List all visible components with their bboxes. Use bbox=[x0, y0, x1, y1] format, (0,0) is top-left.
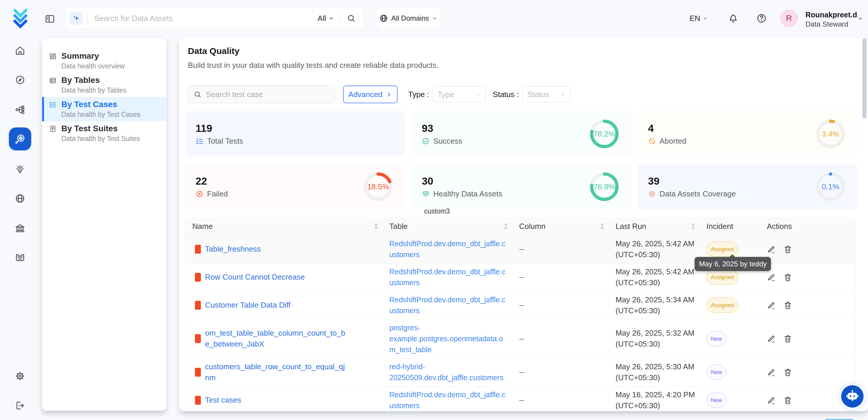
global-search-placeholder[interactable]: Search for Data Assets bbox=[94, 14, 173, 23]
column-header-incident: Incident bbox=[699, 218, 760, 235]
ai-sparkle-icon[interactable] bbox=[70, 12, 83, 25]
test-case-link[interactable]: Table_freshness bbox=[205, 244, 261, 254]
delete-icon[interactable] bbox=[783, 334, 792, 343]
help-icon[interactable] bbox=[756, 13, 767, 24]
table-link[interactable]: RedshiftProd.dev.demo_dbt_jaffle.custome… bbox=[389, 294, 506, 316]
edit-icon[interactable] bbox=[767, 368, 776, 377]
sidebar-item-lineage[interactable] bbox=[15, 104, 25, 115]
sort-icons[interactable] bbox=[504, 223, 508, 230]
card-label: Aborted bbox=[659, 137, 686, 146]
table-row[interactable]: Test cases RedshiftProd.dev.demo_dbt_jaf… bbox=[185, 386, 855, 411]
test-case-link[interactable]: customers_table_row_count_to_equal_qjnm bbox=[205, 361, 349, 383]
incident-badge[interactable]: New bbox=[706, 365, 726, 380]
nav-item-description: Data health overview bbox=[61, 62, 125, 70]
table-row[interactable]: customers_table_row_count_to_equal_qjnm … bbox=[185, 358, 855, 386]
card-label: Healthy Data Assets bbox=[433, 189, 502, 199]
nav-item-by-test-suites[interactable]: By Test Suites Data health by Test Suite… bbox=[42, 121, 166, 145]
edit-icon[interactable] bbox=[767, 334, 776, 343]
nav-item-by-tables[interactable]: By Tables Data health by Tables bbox=[42, 73, 166, 97]
search-scope-dropdown[interactable]: All bbox=[318, 14, 334, 23]
table-row[interactable]: Customer Table Data Diff RedshiftProd.de… bbox=[185, 291, 855, 319]
table-row[interactable]: om_test_table_table_column_count_to_be_b… bbox=[185, 319, 855, 358]
table-link[interactable]: red-hybrid-20250509.dev.dbt_jaffle.custo… bbox=[389, 361, 506, 383]
chevron-right-icon bbox=[386, 91, 392, 98]
table-link[interactable]: postgres-example.postgres.openmetadata.o… bbox=[389, 322, 506, 355]
delete-icon[interactable] bbox=[783, 301, 792, 310]
edit-icon[interactable] bbox=[767, 245, 776, 253]
incident-badge[interactable]: New bbox=[706, 331, 726, 346]
sidebar-toggle-icon[interactable] bbox=[44, 13, 55, 24]
user-menu-chevron-icon[interactable] bbox=[857, 16, 864, 22]
avatar[interactable]: R bbox=[780, 10, 798, 27]
sidebar-item-observability-active[interactable] bbox=[9, 127, 31, 150]
column-value: -- bbox=[519, 334, 524, 343]
test-case-link[interactable]: Test cases bbox=[205, 395, 241, 406]
search-icon[interactable] bbox=[346, 13, 356, 23]
delete-icon[interactable] bbox=[783, 273, 792, 282]
last-run-value: May 16, 2025, 4:20 PM (UTC+05:30) bbox=[616, 389, 693, 411]
custom3-label: custom3 bbox=[424, 207, 450, 215]
nav-item-label: By Tables bbox=[61, 75, 127, 85]
page-title: Data Quality bbox=[188, 46, 240, 56]
language-dropdown[interactable]: EN bbox=[689, 8, 708, 29]
domains-dropdown[interactable]: All Domains bbox=[376, 8, 440, 29]
nav-item-label: By Test Suites bbox=[61, 124, 140, 133]
incident-badge[interactable]: Assigned bbox=[706, 298, 738, 313]
status-indicator bbox=[195, 245, 201, 253]
logout-icon[interactable] bbox=[15, 400, 25, 411]
status-indicator bbox=[195, 334, 201, 343]
delete-icon[interactable] bbox=[783, 368, 792, 377]
summary-card-total-tests: 119 Total Tests bbox=[185, 111, 405, 157]
sort-icons[interactable] bbox=[600, 223, 604, 230]
sidebar-item-glossary[interactable] bbox=[15, 252, 25, 263]
nav-item-summary[interactable]: Summary Data health overview bbox=[42, 49, 166, 73]
test-case-link[interactable]: om_test_table_table_column_count_to_be_b… bbox=[205, 328, 349, 350]
nav-item-by-test-cases[interactable]: By Test Cases Data health by Test Cases bbox=[42, 97, 166, 121]
column-value: -- bbox=[519, 367, 524, 376]
sidebar-item-govern[interactable] bbox=[15, 223, 25, 234]
last-run-value: May 26, 2025, 5:30 AM (UTC+05:30) bbox=[616, 361, 693, 383]
openmetadata-logo[interactable] bbox=[11, 8, 30, 30]
sidebar-item-domains[interactable] bbox=[15, 193, 25, 204]
incident-badge[interactable]: Assigned bbox=[706, 270, 738, 284]
status-filter-label: Status : bbox=[493, 90, 519, 99]
column-header-name[interactable]: Name bbox=[185, 218, 382, 235]
table-header-row: Name Table Column Last Run Incident Acti… bbox=[185, 218, 855, 235]
scrollbar-thumb[interactable] bbox=[862, 38, 867, 119]
advanced-filter-button[interactable]: Advanced bbox=[343, 86, 398, 103]
divider bbox=[340, 13, 341, 23]
edit-icon[interactable] bbox=[767, 396, 776, 404]
sidebar-item-home[interactable] bbox=[15, 46, 25, 56]
edit-icon[interactable] bbox=[767, 301, 776, 310]
edit-icon[interactable] bbox=[767, 273, 776, 282]
sidebar-item-insights[interactable] bbox=[15, 164, 25, 175]
chat-widget-button[interactable] bbox=[841, 385, 864, 408]
notifications-bell-icon[interactable] bbox=[728, 13, 739, 24]
column-header-column[interactable]: Column bbox=[512, 218, 609, 235]
column-header-table[interactable]: Table bbox=[382, 218, 512, 235]
status-filter-select[interactable]: Status bbox=[522, 86, 570, 102]
table-link[interactable]: RedshiftProd.dev.demo_dbt_jaffle.custome… bbox=[389, 266, 506, 288]
summary-card-failed: 22 Failed 18.5% bbox=[185, 164, 405, 210]
test-case-link[interactable]: Customer Table Data Diff bbox=[205, 300, 290, 310]
incident-badge[interactable]: New bbox=[706, 393, 726, 408]
global-search-bar[interactable]: Search for Data Assets All bbox=[65, 8, 364, 29]
column-header-last-run[interactable]: Last Run bbox=[609, 218, 699, 235]
test-case-search-input[interactable]: Search test case bbox=[188, 86, 335, 103]
type-filter-select[interactable]: Type bbox=[433, 86, 486, 102]
sort-icons[interactable] bbox=[374, 223, 378, 230]
checklist-icon bbox=[195, 137, 204, 145]
table-link[interactable]: RedshiftProd.dev.demo_dbt_jaffle.custome… bbox=[389, 389, 506, 411]
sidebar-item-explore[interactable] bbox=[15, 74, 25, 85]
delete-icon[interactable] bbox=[783, 245, 792, 253]
table-icon bbox=[49, 77, 57, 84]
delete-icon[interactable] bbox=[783, 396, 792, 404]
sidebar-item-settings[interactable] bbox=[15, 371, 25, 381]
chevron-down-icon bbox=[329, 16, 334, 21]
status-indicator bbox=[195, 273, 201, 282]
test-case-link[interactable]: Row Count Cannot Decrease bbox=[205, 272, 305, 282]
document-checklist-icon bbox=[49, 125, 57, 133]
user-name: Rounakpreet.d bbox=[805, 11, 857, 19]
sort-icons[interactable] bbox=[691, 223, 695, 230]
table-link[interactable]: RedshiftProd.dev.demo_dbt_jaffle.custome… bbox=[389, 238, 506, 260]
